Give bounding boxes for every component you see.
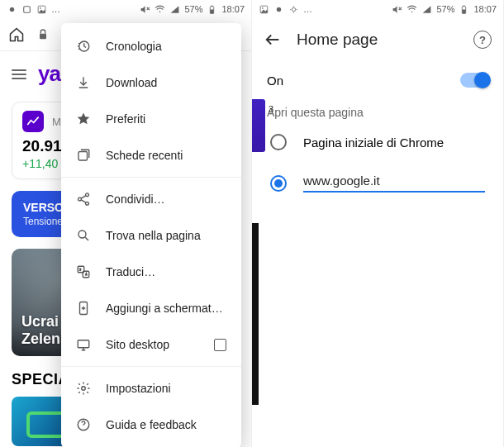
help-button[interactable]: ?	[473, 31, 492, 49]
chrome-overflow-menu: Cronologia Download Preferiti Schede rec…	[61, 23, 241, 447]
svg-point-15	[86, 202, 89, 205]
menu-recent-tabs[interactable]: Schede recenti	[61, 137, 241, 174]
more-notif: …	[303, 4, 312, 14]
battery-icon	[207, 4, 217, 15]
star-icon	[76, 112, 91, 126]
gear-icon	[76, 381, 91, 396]
translate-icon	[76, 264, 91, 279]
status-bar: … 57% 18:07	[252, 0, 503, 18]
clock-text: 18:07	[473, 4, 497, 14]
menu-translate[interactable]: Traduci…	[61, 254, 241, 290]
desktop-icon	[76, 337, 91, 352]
hamburger-icon[interactable]	[12, 69, 26, 79]
option-chrome-homepage[interactable]: Pagina iniziale di Chrome	[252, 122, 503, 162]
svg-rect-8	[211, 9, 214, 13]
menu-download[interactable]: Download	[61, 64, 241, 101]
svg-point-13	[86, 193, 89, 197]
menu-help[interactable]: Guida e feedback	[61, 407, 241, 443]
status-bar: … 57% 18:07	[0, 0, 251, 18]
mute-icon	[392, 4, 402, 15]
share-icon	[76, 192, 91, 207]
svg-point-3	[40, 7, 41, 9]
homepage-toggle[interactable]	[460, 73, 488, 88]
svg-point-24	[262, 7, 264, 9]
svg-rect-10	[40, 33, 46, 39]
menu-settings[interactable]: Impostazioni	[61, 370, 241, 407]
section-label: Apri questa pagina	[252, 99, 503, 122]
screen-right-settings: … 57% 18:07 Home page ? On 3 Apri questa…	[252, 0, 504, 447]
page-title: Home page	[297, 31, 459, 49]
more-notif: …	[51, 4, 60, 14]
desktop-site-checkbox[interactable]	[214, 339, 226, 351]
svg-point-26	[292, 7, 295, 11]
signal-icon	[169, 4, 180, 15]
notif-icon	[273, 4, 284, 15]
help-icon	[76, 417, 91, 432]
tabs-icon	[76, 148, 91, 163]
menu-desktop-site[interactable]: Sito desktop	[61, 326, 241, 363]
svg-point-29	[411, 11, 413, 12]
option-custom-url[interactable]	[252, 162, 503, 204]
screen-left-browser: … 57% 18:07 it. yah	[0, 0, 252, 447]
home-icon[interactable]	[8, 26, 25, 43]
svg-rect-12	[78, 152, 88, 161]
search-icon	[76, 228, 91, 243]
toggle-label: On	[267, 74, 460, 88]
notif-icon	[7, 4, 17, 15]
battery-text: 57%	[436, 4, 454, 14]
add-home-icon	[76, 301, 91, 316]
svg-point-0	[10, 7, 14, 11]
clock-text: 18:07	[221, 4, 245, 14]
bg-fragment: 3	[252, 99, 265, 152]
menu-history[interactable]: Cronologia	[61, 28, 241, 64]
app-icon	[21, 4, 32, 15]
menu-bookmarks[interactable]: Preferiti	[61, 101, 241, 137]
svg-rect-9	[212, 5, 213, 6]
svg-point-21	[82, 387, 86, 391]
lock-icon	[36, 28, 50, 41]
radio-unselected[interactable]	[270, 134, 287, 150]
homepage-url-input[interactable]	[303, 174, 485, 193]
svg-rect-20	[78, 340, 89, 348]
svg-point-25	[277, 7, 281, 11]
svg-point-16	[78, 231, 86, 238]
wifi-icon	[155, 4, 165, 15]
svg-rect-1	[24, 6, 31, 12]
svg-rect-31	[463, 9, 466, 13]
battery-icon	[459, 4, 469, 15]
settings-notif-icon	[288, 4, 299, 15]
menu-find[interactable]: Trova nella pagina	[61, 217, 241, 254]
chart-icon	[22, 111, 44, 132]
back-icon[interactable]	[264, 31, 282, 49]
settings-topbar: Home page ?	[252, 18, 503, 61]
battery-text: 57%	[184, 4, 202, 14]
signal-icon	[421, 4, 432, 15]
svg-rect-32	[464, 5, 465, 6]
radio-selected[interactable]	[270, 175, 287, 192]
picture-icon	[36, 4, 47, 15]
bg-fragment-dark	[252, 223, 259, 405]
picture-icon	[259, 4, 269, 15]
option-chrome-label: Pagina iniziale di Chrome	[303, 136, 444, 150]
history-icon	[76, 39, 91, 54]
wifi-icon	[407, 4, 417, 15]
mute-icon	[140, 4, 150, 15]
menu-add-homescreen[interactable]: Aggiungi a schermata H…	[61, 290, 241, 326]
download-icon	[76, 75, 91, 90]
svg-point-14	[78, 197, 82, 201]
menu-share[interactable]: Condividi…	[61, 181, 241, 217]
svg-point-6	[159, 11, 161, 12]
homepage-toggle-row[interactable]: On	[252, 61, 503, 99]
